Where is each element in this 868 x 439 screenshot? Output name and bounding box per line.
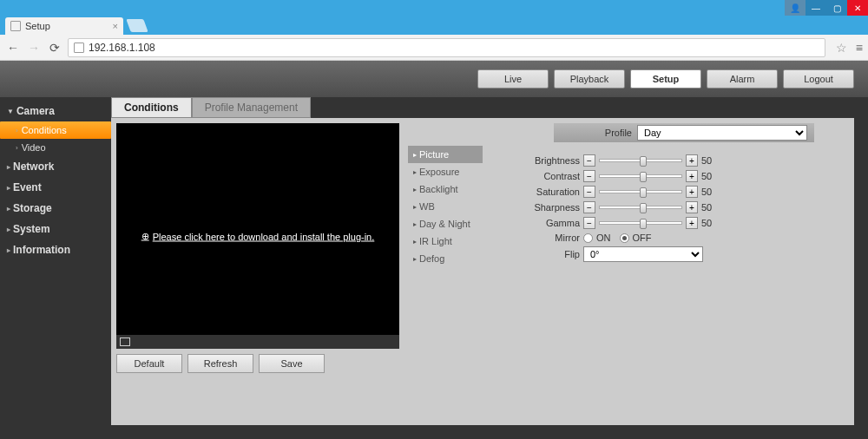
contrast-slider[interactable] bbox=[599, 174, 682, 178]
gamma-minus[interactable]: − bbox=[583, 217, 595, 229]
url-text: 192.168.1.108 bbox=[89, 42, 155, 54]
video-footer bbox=[116, 335, 399, 349]
setting-wb[interactable]: ▸WB bbox=[408, 198, 483, 215]
tab-conditions[interactable]: Conditions bbox=[111, 97, 192, 118]
chevron-right-icon: ▸ bbox=[413, 151, 417, 159]
sidebar-system[interactable]: ▸System bbox=[0, 219, 111, 239]
sharpness-plus[interactable]: + bbox=[686, 201, 698, 213]
setting-irlight[interactable]: ▸IR Light bbox=[408, 233, 483, 250]
default-button[interactable]: Default bbox=[116, 354, 182, 373]
forward-button[interactable]: → bbox=[26, 40, 42, 56]
chevron-right-icon: ▸ bbox=[413, 220, 417, 228]
slider-thumb[interactable] bbox=[640, 156, 647, 167]
contrast-value: 50 bbox=[701, 171, 719, 181]
saturation-slider[interactable] bbox=[599, 190, 682, 193]
slider-thumb[interactable] bbox=[640, 172, 647, 182]
reload-button[interactable]: ⟳ bbox=[47, 40, 62, 56]
nav-playback[interactable]: Playback bbox=[554, 69, 625, 88]
camera-app: Live Playback Setup Alarm Logout ▼Camera… bbox=[0, 61, 868, 439]
brightness-label: Brightness bbox=[491, 155, 580, 166]
slider-thumb[interactable] bbox=[640, 203, 647, 213]
chevron-right-icon: › bbox=[16, 127, 18, 134]
browser-tab[interactable]: Setup × bbox=[5, 17, 123, 35]
chevron-right-icon: ▸ bbox=[413, 238, 417, 246]
nav-live[interactable]: Live bbox=[477, 69, 549, 88]
menu-icon[interactable]: ≡ bbox=[856, 41, 863, 55]
saturation-label: Saturation bbox=[491, 187, 580, 197]
sidebar: ▼Camera ›Conditions ›Video ▸Network ▸Eve… bbox=[0, 97, 111, 439]
gamma-label: Gamma bbox=[491, 218, 580, 228]
chevron-down-icon: ▼ bbox=[7, 108, 14, 115]
slider-thumb[interactable] bbox=[640, 187, 647, 198]
sidebar-event[interactable]: ▸Event bbox=[0, 177, 111, 198]
brightness-plus[interactable]: + bbox=[686, 154, 698, 167]
setting-exposure[interactable]: ▸Exposure bbox=[408, 163, 483, 180]
user-icon[interactable]: 👤 bbox=[785, 0, 806, 16]
sidebar-video[interactable]: ›Video bbox=[0, 139, 111, 156]
fullscreen-icon[interactable] bbox=[120, 337, 130, 346]
setting-backlight[interactable]: ▸Backlight bbox=[408, 180, 483, 198]
brightness-row: Brightness − + 50 bbox=[491, 154, 849, 167]
nav-setup[interactable]: Setup bbox=[630, 69, 701, 88]
chevron-right-icon: ▸ bbox=[7, 205, 10, 213]
gamma-value: 50 bbox=[701, 218, 719, 228]
download-icon: ⊕ bbox=[141, 231, 149, 242]
brightness-slider[interactable] bbox=[599, 159, 682, 162]
saturation-plus[interactable]: + bbox=[686, 186, 698, 198]
setting-defog[interactable]: ▸Defog bbox=[408, 250, 483, 267]
chevron-right-icon: ▸ bbox=[413, 168, 417, 176]
contrast-minus[interactable]: − bbox=[583, 170, 595, 182]
tab-title: Setup bbox=[25, 21, 50, 31]
sharpness-slider[interactable] bbox=[599, 206, 682, 209]
sidebar-camera[interactable]: ▼Camera bbox=[0, 101, 111, 121]
tab-profile-management[interactable]: Profile Management bbox=[192, 97, 311, 118]
bookmark-icon[interactable]: ☆ bbox=[836, 41, 847, 55]
sharpness-minus[interactable]: − bbox=[583, 201, 595, 213]
picture-controls: Profile Day Brightness − + 50 bbox=[491, 123, 849, 420]
chevron-right-icon: › bbox=[16, 144, 18, 152]
sidebar-conditions[interactable]: ›Conditions bbox=[0, 121, 111, 139]
panel-tabstrip: Conditions Profile Management bbox=[111, 97, 854, 118]
sharpness-row: Sharpness − + 50 bbox=[491, 201, 849, 213]
saturation-row: Saturation − + 50 bbox=[491, 186, 849, 198]
flip-select[interactable]: 0° bbox=[583, 246, 703, 262]
chevron-right-icon: ▸ bbox=[7, 184, 10, 192]
plugin-download-link[interactable]: ⊕ Please click here to download and inst… bbox=[141, 231, 375, 242]
close-button[interactable]: ✕ bbox=[847, 0, 868, 16]
new-tab-button[interactable] bbox=[126, 19, 148, 32]
contrast-plus[interactable]: + bbox=[686, 170, 698, 182]
maximize-button[interactable]: ▢ bbox=[826, 0, 847, 16]
nav-logout[interactable]: Logout bbox=[783, 69, 854, 88]
slider-thumb[interactable] bbox=[640, 219, 647, 229]
address-bar[interactable]: 192.168.1.108 bbox=[68, 38, 825, 57]
chevron-right-icon: ▸ bbox=[413, 255, 417, 263]
profile-select[interactable]: Day bbox=[637, 125, 807, 141]
setting-picture[interactable]: ▸Picture bbox=[408, 146, 483, 163]
chevron-right-icon: ▸ bbox=[7, 226, 10, 233]
saturation-minus[interactable]: − bbox=[583, 186, 595, 198]
page-icon bbox=[10, 21, 21, 31]
back-button[interactable]: ← bbox=[5, 40, 21, 56]
refresh-button[interactable]: Refresh bbox=[187, 354, 253, 373]
contrast-row: Contrast − + 50 bbox=[491, 170, 849, 182]
sidebar-information[interactable]: ▸Information bbox=[0, 239, 111, 260]
brightness-value: 50 bbox=[701, 155, 719, 166]
flip-label: Flip bbox=[491, 249, 580, 259]
setting-daynight[interactable]: ▸Day & Night bbox=[408, 215, 483, 233]
sidebar-network[interactable]: ▸Network bbox=[0, 156, 111, 177]
profile-label: Profile bbox=[561, 128, 632, 138]
page-icon bbox=[74, 43, 84, 53]
minimize-button[interactable]: — bbox=[806, 0, 826, 16]
save-button[interactable]: Save bbox=[259, 354, 325, 373]
profile-row: Profile Day bbox=[554, 123, 814, 142]
tab-close-icon[interactable]: × bbox=[113, 21, 118, 31]
gamma-slider[interactable] bbox=[599, 221, 682, 225]
nav-alarm[interactable]: Alarm bbox=[707, 69, 778, 88]
brightness-minus[interactable]: − bbox=[583, 154, 595, 167]
mirror-on-radio[interactable] bbox=[583, 233, 593, 243]
saturation-value: 50 bbox=[701, 187, 719, 197]
mirror-off-radio[interactable] bbox=[620, 233, 629, 243]
sharpness-label: Sharpness bbox=[491, 202, 580, 213]
gamma-plus[interactable]: + bbox=[686, 217, 698, 229]
sidebar-storage[interactable]: ▸Storage bbox=[0, 198, 111, 219]
